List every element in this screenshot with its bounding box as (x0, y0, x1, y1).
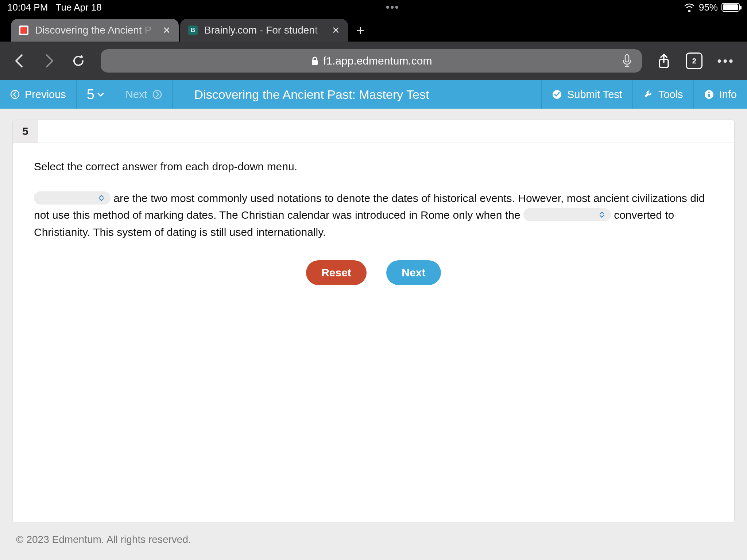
reset-button[interactable]: Reset (306, 260, 367, 285)
battery-pct: 95% (699, 2, 718, 13)
tab-title: Brainly.com - For studen (204, 24, 315, 36)
status-time: 10:04 PM (7, 2, 48, 13)
mic-icon[interactable] (622, 54, 632, 68)
close-icon[interactable]: ✕ (332, 25, 340, 36)
wrench-icon (643, 89, 653, 100)
svg-rect-8 (708, 94, 710, 97)
url-bar[interactable]: f1.app.edmentum.com (101, 49, 642, 73)
chevron-down-icon (97, 90, 105, 98)
tab-title: Discovering the Ancient (35, 24, 142, 36)
next-nav-button: Next (115, 80, 173, 109)
next-label: Next (125, 89, 147, 101)
previous-label: Previous (25, 89, 66, 101)
dropdown-notations[interactable] (34, 191, 111, 205)
multitask-dots-icon[interactable]: ••• (102, 1, 684, 13)
browser-toolbar: f1.app.edmentum.com 2 ••• (0, 42, 747, 80)
question-number-badge: 5 (13, 120, 38, 143)
status-date: Tue Apr 18 (56, 2, 102, 13)
tab-title-fade: t (315, 24, 318, 36)
new-tab-button[interactable]: + (349, 19, 371, 42)
question-number: 5 (87, 87, 94, 102)
ios-status-bar: 10:04 PM Tue Apr 18 ••• 95% (0, 0, 747, 15)
favicon-brainly-icon: B (188, 26, 198, 35)
battery-icon (721, 3, 740, 12)
reload-button[interactable] (71, 53, 86, 69)
dropdown-handle-icon (97, 194, 105, 202)
info-icon (704, 89, 714, 100)
svg-rect-1 (625, 55, 629, 62)
more-menu-button[interactable]: ••• (717, 54, 735, 68)
wifi-icon (684, 3, 695, 12)
back-button[interactable] (12, 54, 27, 68)
tab-brainly[interactable]: B Brainly.com - For student ✕ (180, 19, 348, 42)
share-button[interactable] (657, 53, 671, 69)
question-header: 5 (13, 120, 734, 143)
question-card: 5 Select the correct answer from each dr… (12, 120, 735, 523)
submit-label: Submit Test (567, 89, 622, 101)
browser-tabstrip: 🟥 Discovering the Ancient P ✕ B Brainly.… (0, 15, 747, 42)
url-host: f1.app.edmentum.com (323, 55, 432, 67)
svg-rect-0 (312, 60, 318, 65)
tabs-count-label: 2 (692, 57, 696, 65)
assessment-nav: Previous 5 Next Discovering the Ancient … (0, 80, 747, 109)
next-button[interactable]: Next (386, 260, 441, 285)
previous-button[interactable]: Previous (0, 80, 77, 109)
question-selector[interactable]: 5 (77, 80, 115, 109)
close-icon[interactable]: ✕ (163, 25, 171, 36)
svg-point-3 (11, 90, 19, 98)
forward-button[interactable] (42, 54, 56, 68)
check-circle-icon (552, 89, 562, 100)
tabs-overview-button[interactable]: 2 (686, 52, 703, 69)
assessment-title: Discovering the Ancient Past: Mastery Te… (173, 80, 541, 109)
copyright-footer: © 2023 Edmentum. All rights reserved. (12, 523, 735, 560)
svg-point-4 (153, 90, 161, 98)
lock-icon (311, 56, 319, 66)
question-instruction: Select the correct answer from each drop… (34, 158, 713, 175)
dropdown-handle-icon (598, 211, 606, 219)
status-time-date: 10:04 PM Tue Apr 18 (7, 2, 102, 13)
tab-title-fade: P (142, 24, 151, 36)
tab-edmentum[interactable]: 🟥 Discovering the Ancient P ✕ (11, 19, 179, 42)
question-paragraph: are the two most commonly used notations… (34, 190, 713, 241)
submit-test-button[interactable]: Submit Test (541, 80, 632, 109)
dropdown-converter[interactable] (523, 208, 611, 221)
tools-label: Tools (658, 89, 683, 101)
tools-button[interactable]: Tools (632, 80, 693, 109)
info-button[interactable]: Info (693, 80, 747, 109)
favicon-edmentum-icon: 🟥 (19, 26, 28, 35)
svg-point-7 (708, 92, 710, 93)
info-label: Info (719, 89, 737, 101)
page-body: 5 Select the correct answer from each dr… (0, 109, 747, 560)
